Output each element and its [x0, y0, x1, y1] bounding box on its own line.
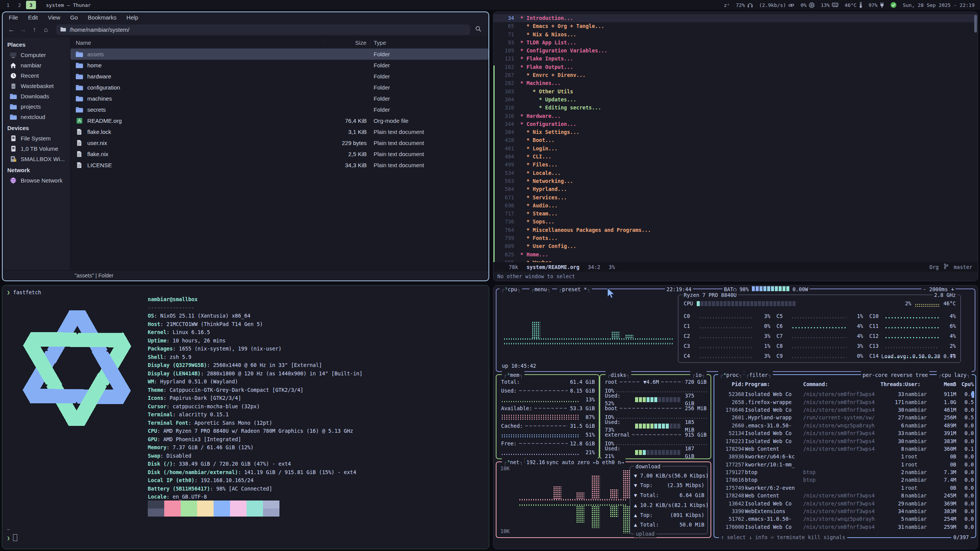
- org-heading-line-303[interactable]: 303 * Other Utils: [493, 88, 978, 96]
- org-heading-line-428[interactable]: 428 * Boot...: [493, 136, 978, 144]
- home-button[interactable]: ⌂: [40, 25, 52, 35]
- sort-selector[interactable]: cpu lazy: [937, 371, 972, 379]
- org-heading-line-499[interactable]: 499 * Files...: [493, 161, 978, 169]
- org-heading-line-825[interactable]: 825* Home...: [493, 251, 978, 259]
- sidebar-item-file-system[interactable]: File System: [3, 133, 70, 143]
- sidebar-item-browse-network[interactable]: Browse Network: [3, 175, 70, 186]
- file-row-assets[interactable]: assetsFolder: [70, 49, 488, 60]
- org-heading-line-484[interactable]: 484 * CLI...: [493, 153, 978, 161]
- net-controls[interactable]: sync auto zero ←b eth0 n→: [545, 458, 626, 466]
- process-row-176646[interactable]: 176646Isolated Web Co/nix/store/sm8fnrf3…: [718, 406, 972, 414]
- org-heading-line-34[interactable]: 34* Introduction...: [493, 14, 978, 22]
- org-heading-line-304[interactable]: 304 * Updates...: [493, 96, 978, 104]
- org-heading-line-316[interactable]: 316* Hardware...: [493, 112, 978, 120]
- org-heading-line-282[interactable]: 282* Machines...: [493, 79, 978, 87]
- org-heading-line-698[interactable]: 698 * Audio...: [493, 202, 978, 210]
- filter-button[interactable]: filter: [744, 371, 773, 379]
- process-row-2601[interactable]: 2601.Hyprland-wrapp/run/current-system/s…: [718, 414, 972, 421]
- process-row-177257[interactable]: 177257kworker/10:1-mm_1root0B0.0: [718, 461, 972, 468]
- proc-footer-keys[interactable]: ↑ select ↓ info ⏎ terminate kill signals: [719, 533, 847, 541]
- file-row-readme-org[interactable]: README.org76,4 KiBOrg-mode file: [70, 115, 488, 126]
- org-heading-line-717[interactable]: 717 * Steam...: [493, 210, 978, 218]
- file-row-flake-lock[interactable]: flake.lock3,1 KiBPlain text document: [70, 126, 488, 137]
- path-field[interactable]: /home/nambiar/system/: [56, 24, 470, 35]
- mem-title[interactable]: ²mem: [502, 371, 524, 379]
- process-row-176000[interactable]: 176000Isolated Web Co/nix/store/sm8fnrf3…: [718, 523, 972, 531]
- file-row-configuration[interactable]: configurationFolder: [70, 82, 488, 93]
- back-button[interactable]: ←: [6, 25, 17, 35]
- org-heading-line-563[interactable]: 563 * Networking...: [493, 177, 978, 185]
- org-buffer[interactable]: 34* Introduction...65 * Emacs + Org + Ta…: [493, 12, 978, 262]
- file-row-flake-nix[interactable]: flake.nix2,5 KiBPlain text document: [70, 148, 488, 160]
- proc-options[interactable]: per-core reverse tree: [861, 371, 929, 379]
- org-heading-line-93[interactable]: 93* TLDR App List...: [493, 39, 978, 47]
- org-heading-line-799[interactable]: 799 * Fonts...: [493, 234, 978, 242]
- org-heading-line-584[interactable]: 584 * Hyprland...: [493, 185, 978, 193]
- sidebar-item-wastebasket[interactable]: Wastebasket: [3, 81, 70, 91]
- process-row-178616[interactable]: 178616btopbtop2nambiar7.4M0.0: [718, 476, 972, 484]
- scrollbar-thumb[interactable]: [974, 15, 977, 33]
- file-row-machines[interactable]: machinesFolder: [70, 93, 488, 104]
- menu-go[interactable]: Go: [70, 14, 78, 21]
- org-heading-line-162[interactable]: 162* Flake Output...: [493, 63, 978, 71]
- sidebar-item-nextcloud[interactable]: nextcloud: [3, 112, 70, 122]
- process-row-2660[interactable]: 2660.emacs-31.0.50-/nix/store/wnqz5pa8ra…: [718, 422, 972, 429]
- process-row-13642[interactable]: 13642Isolated Web Co/nix/store/sm8fnrf3w…: [718, 499, 972, 507]
- menu-view[interactable]: View: [48, 14, 60, 21]
- org-heading-line-809[interactable]: 809 * User Config...: [493, 242, 978, 250]
- menu-button[interactable]: menu: [529, 285, 552, 293]
- process-row-178294[interactable]: 178294Web Content/nix/store/sm8fnrf3wps4…: [718, 445, 972, 453]
- file-row-home[interactable]: homeFolder: [70, 60, 488, 71]
- menu-help[interactable]: Help: [126, 14, 138, 21]
- org-heading-line-461[interactable]: 461 * Login...: [493, 145, 978, 153]
- forward-button[interactable]: →: [17, 25, 29, 35]
- org-heading-line-109[interactable]: 109* Configuration Variables...: [493, 47, 978, 55]
- workspace-1[interactable]: 1: [3, 1, 13, 9]
- menu-edit[interactable]: Edit: [28, 14, 38, 21]
- org-heading-line-65[interactable]: 65 * Emacs + Org + Tangle...: [493, 22, 978, 30]
- process-row-38936[interactable]: 38936kworker/u64:6-kc1root0B0.0: [718, 453, 972, 460]
- org-heading-line-855[interactable]: 855 * Waybar...: [493, 259, 978, 262]
- tab-cpu[interactable]: ¹cpu: [500, 285, 522, 293]
- process-row-51762[interactable]: 51762.emacs-31.0.50-/nix/store/wnqz5pa8r…: [718, 515, 972, 523]
- org-heading-line-534[interactable]: 534 * Locale...: [493, 169, 978, 177]
- sidebar-item-smallbox-wi-[interactable]: SMALLBOX Wi...: [3, 154, 70, 164]
- sidebar-item-nambiar[interactable]: nambiar: [3, 60, 70, 70]
- menu-bookmarks[interactable]: Bookmarks: [88, 14, 116, 21]
- process-row-3390[interactable]: 3390WebExtensions/nix/store/sm8fnrf3wps4…: [718, 507, 972, 515]
- org-heading-line-736[interactable]: 736 * Sops...: [493, 218, 978, 226]
- file-row-hardware[interactable]: hardwareFolder: [70, 71, 488, 82]
- column-size[interactable]: Size: [325, 39, 371, 46]
- sidebar-item-downloads[interactable]: Downloads: [3, 91, 70, 101]
- process-row-176223[interactable]: 176223Isolated Web Co/nix/store/sm8fnrf3…: [718, 437, 972, 445]
- column-type[interactable]: Type: [371, 39, 488, 46]
- sidebar-item-recent[interactable]: Recent: [3, 70, 70, 81]
- sidebar-item-projects[interactable]: projects: [3, 101, 70, 112]
- file-list-header[interactable]: NameSizeType: [70, 37, 488, 49]
- io-title[interactable]: io: [690, 371, 707, 379]
- proc-title[interactable]: ⁴proc: [718, 371, 744, 379]
- org-heading-line-344[interactable]: 344* Configuration...: [493, 120, 978, 128]
- file-row-user-nix[interactable]: user.nix229 bytesPlain text document: [70, 137, 488, 148]
- process-list[interactable]: 52368Isolated Web Co/nix/store/sm8fnrf3w…: [718, 390, 972, 531]
- process-row-179127[interactable]: 179127btopbtop2nambiar7.3M0.0: [718, 468, 972, 476]
- process-row-2658[interactable]: 2658.firefox-wrappe/nix/store/sm8fnrf3wp…: [718, 398, 972, 406]
- disks-title[interactable]: disks: [606, 371, 631, 379]
- org-heading-line-121[interactable]: 121* Flake Inputs...: [493, 55, 978, 63]
- sidebar-item-computer[interactable]: Computer: [3, 50, 70, 60]
- process-row-52134[interactable]: 52134Isolated Web Co/nix/store/sm8fnrf3w…: [718, 429, 972, 437]
- preset-button[interactable]: preset *: [557, 285, 592, 293]
- shell-prompt-tail[interactable]: ~ ❯: [7, 526, 17, 542]
- menu-file[interactable]: File: [9, 14, 18, 21]
- up-button[interactable]: ↑: [29, 25, 40, 35]
- org-heading-line-71[interactable]: 71 * Nix & Nixos...: [493, 31, 978, 39]
- proc-columns[interactable]: Pid:Program:Command:Threads:User:MemBCpu…: [718, 380, 972, 388]
- file-row-secrets[interactable]: secretsFolder: [70, 104, 488, 115]
- search-button[interactable]: [472, 25, 485, 35]
- org-heading-line-267[interactable]: 267 * Envrc + Direnv...: [493, 71, 978, 79]
- file-row-license[interactable]: LICENSE34,3 KiBPlain text document: [70, 160, 488, 171]
- process-row-52368[interactable]: 52368Isolated Web Co/nix/store/sm8fnrf3w…: [718, 390, 972, 398]
- proc-scrollbar-thumb[interactable]: [972, 391, 974, 398]
- process-row-175749[interactable]: 175749kworker/6:2-even1root0B0.0: [718, 484, 972, 492]
- org-heading-line-764[interactable]: 764 * Miscellaneous Packages and Program…: [493, 226, 978, 234]
